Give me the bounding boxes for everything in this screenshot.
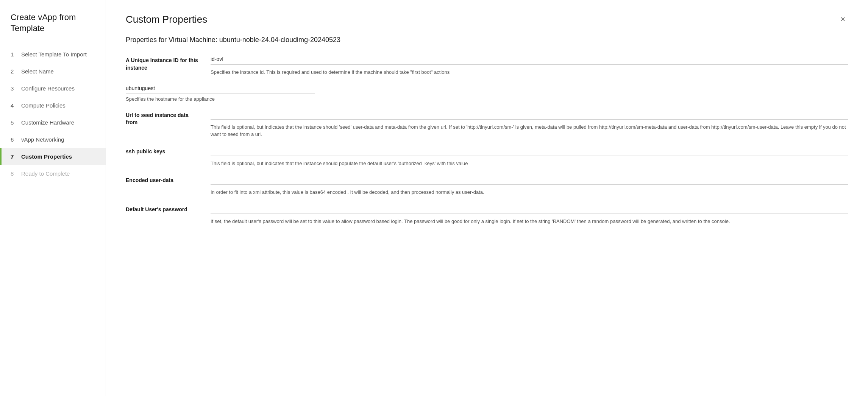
step-number-6: 6	[11, 136, 17, 143]
step-number-5: 5	[11, 119, 17, 126]
step-label-7: Custom Properties	[21, 153, 72, 160]
property-hostname: Specifies the hostname for the appliance	[126, 84, 848, 102]
sidebar-step-1[interactable]: 1Select Template To Import	[0, 46, 106, 63]
step-number-3: 3	[11, 85, 17, 92]
step-number-4: 4	[11, 102, 17, 109]
property-row-instance-id: A Unique Instance ID for this instanceSp…	[126, 55, 848, 76]
default-password-description: If set, the default user's password will…	[211, 218, 848, 225]
instance-id-input[interactable]	[211, 55, 848, 65]
encoded-user-data-content: In order to fit into a xml attribute, th…	[211, 175, 848, 196]
sidebar-step-4[interactable]: 4Compute Policies	[0, 97, 106, 114]
sidebar-step-7[interactable]: 7Custom Properties	[0, 148, 106, 165]
default-password-input[interactable]	[211, 204, 848, 214]
step-number-1: 1	[11, 51, 17, 58]
ssh-public-keys-input[interactable]	[211, 146, 848, 156]
main-content: Custom Properties × Properties for Virtu…	[106, 0, 868, 396]
ssh-public-keys-description: This field is optional, but indicates th…	[211, 160, 848, 167]
property-row-default-password: Default User's passwordIf set, the defau…	[126, 204, 848, 225]
hostname-description: Specifies the hostname for the appliance	[126, 96, 848, 102]
ssh-public-keys-label: ssh public keys	[126, 146, 201, 156]
step-number-8: 8	[11, 170, 17, 177]
seed-url-content: This field is optional, but indicates th…	[211, 109, 848, 138]
hostname-input[interactable]	[126, 84, 315, 94]
instance-id-content: Specifies the instance id. This is requi…	[211, 55, 848, 76]
properties-container: A Unique Instance ID for this instanceSp…	[126, 55, 848, 232]
default-password-label: Default User's password	[126, 204, 201, 214]
page-title: Custom Properties	[126, 14, 207, 25]
encoded-user-data-description: In order to fit into a xml attribute, th…	[211, 189, 848, 196]
step-label-5: Customize Hardware	[21, 119, 74, 126]
default-password-content: If set, the default user's password will…	[211, 204, 848, 225]
sidebar-step-2[interactable]: 2Select Name	[0, 63, 106, 80]
step-number-2: 2	[11, 68, 17, 75]
sidebar: Create vApp from Template 1Select Templa…	[0, 0, 106, 396]
step-label-2: Select Name	[21, 68, 54, 75]
property-row-encoded-user-data: Encoded user-dataIn order to fit into a …	[126, 175, 848, 196]
sidebar-step-8: 8Ready to Complete	[0, 165, 106, 182]
step-label-3: Configure Resources	[21, 85, 75, 92]
wizard-steps: 1Select Template To Import2Select Name3C…	[0, 46, 106, 182]
step-label-8: Ready to Complete	[21, 170, 70, 177]
encoded-user-data-input[interactable]	[211, 175, 848, 185]
sidebar-step-3[interactable]: 3Configure Resources	[0, 80, 106, 97]
property-row-seed-url: Url to seed instance data fromThis field…	[126, 109, 848, 138]
ssh-public-keys-content: This field is optional, but indicates th…	[211, 146, 848, 167]
step-number-7: 7	[11, 153, 17, 160]
instance-id-description: Specifies the instance id. This is requi…	[211, 69, 848, 76]
property-row-ssh-public-keys: ssh public keysThis field is optional, b…	[126, 146, 848, 167]
wizard-title: Create vApp from Template	[0, 12, 106, 46]
step-label-1: Select Template To Import	[21, 51, 87, 58]
sidebar-step-6[interactable]: 6vApp Networking	[0, 131, 106, 148]
sidebar-step-5[interactable]: 5Customize Hardware	[0, 114, 106, 131]
instance-id-label: A Unique Instance ID for this instance	[126, 55, 201, 72]
vm-title: Properties for Virtual Machine: ubuntu-n…	[126, 36, 848, 44]
step-label-6: vApp Networking	[21, 136, 64, 143]
seed-url-label: Url to seed instance data from	[126, 109, 201, 126]
close-button[interactable]: ×	[837, 14, 848, 25]
main-header: Custom Properties ×	[126, 14, 848, 25]
seed-url-input[interactable]	[211, 109, 848, 120]
step-label-4: Compute Policies	[21, 102, 66, 109]
encoded-user-data-label: Encoded user-data	[126, 175, 201, 184]
seed-url-description: This field is optional, but indicates th…	[211, 123, 848, 138]
